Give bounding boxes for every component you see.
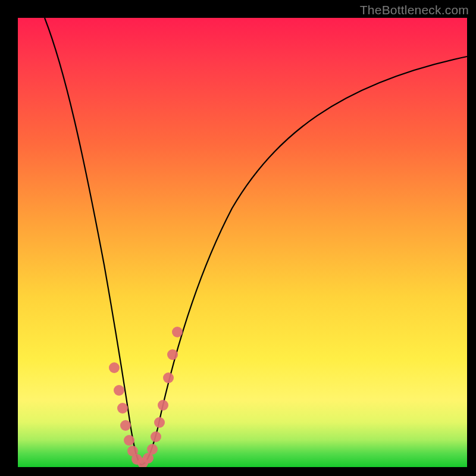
svg-point-11 bbox=[154, 417, 165, 428]
chart-stage: TheBottleneck.com bbox=[0, 0, 476, 476]
curve-layer bbox=[18, 18, 467, 467]
svg-point-14 bbox=[167, 349, 178, 360]
bottleneck-curve bbox=[45, 18, 467, 465]
svg-point-15 bbox=[172, 327, 183, 337]
svg-point-0 bbox=[109, 362, 120, 373]
svg-point-9 bbox=[147, 444, 158, 455]
svg-point-2 bbox=[117, 403, 128, 414]
svg-point-10 bbox=[151, 431, 161, 442]
plot-area bbox=[18, 18, 467, 467]
watermark-text: TheBottleneck.com bbox=[360, 3, 469, 17]
svg-point-12 bbox=[158, 400, 168, 411]
svg-point-1 bbox=[114, 385, 124, 396]
svg-point-3 bbox=[120, 420, 131, 431]
svg-point-4 bbox=[124, 435, 134, 446]
highlight-dots bbox=[109, 327, 183, 467]
svg-point-13 bbox=[163, 372, 174, 383]
